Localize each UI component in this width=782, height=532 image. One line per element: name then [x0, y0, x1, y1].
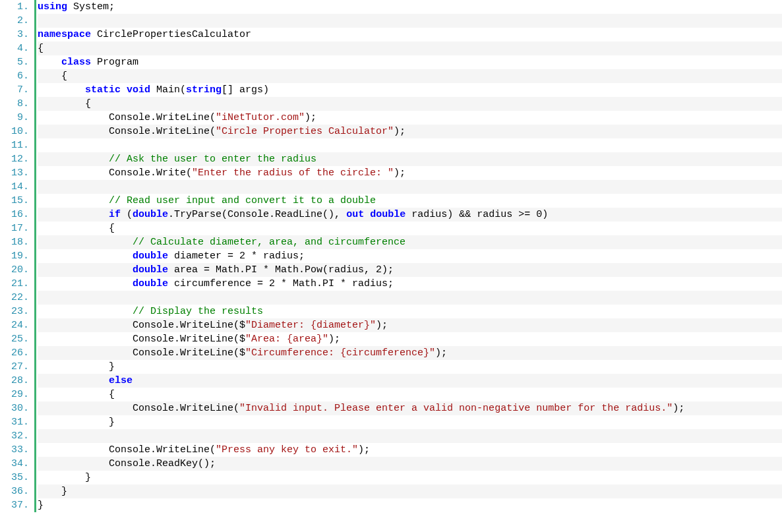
token-txt: );	[328, 334, 340, 345]
token-kw: double	[133, 209, 168, 220]
token-txt: {	[38, 389, 115, 400]
code-line[interactable]: }	[38, 485, 782, 498]
line-number: 32.	[0, 429, 29, 443]
code-line[interactable]: Console.WriteLine("iNetTutor.com");	[38, 111, 782, 125]
line-number: 31.	[0, 415, 29, 429]
token-txt	[38, 264, 133, 276]
token-txt: Program	[91, 57, 138, 68]
token-txt	[38, 251, 133, 262]
code-line[interactable]: }	[38, 498, 782, 512]
token-kw: if	[109, 209, 121, 220]
token-txt: );	[435, 347, 447, 359]
code-line[interactable]	[38, 429, 782, 443]
code-line[interactable]	[38, 138, 782, 152]
token-txt: }	[38, 361, 115, 372]
code-line[interactable]: class Program	[38, 55, 782, 69]
line-number: 35.	[0, 471, 29, 485]
line-number: 28.	[0, 374, 29, 388]
token-txt: Console.Write(	[38, 167, 192, 179]
token-str: "Area: {area}"	[245, 334, 328, 345]
token-kw: out	[346, 209, 364, 220]
code-line[interactable]: Console.WriteLine($"Diameter: {diameter}…	[38, 318, 782, 332]
line-number: 4.	[0, 42, 29, 55]
code-line[interactable]: using System;	[38, 0, 782, 14]
line-number: 25.	[0, 332, 29, 346]
code-line[interactable]: }	[38, 360, 782, 374]
token-kw: namespace	[38, 29, 91, 40]
token-txt: );	[305, 112, 316, 123]
code-line[interactable]: else	[38, 374, 782, 388]
code-line[interactable]: {	[38, 42, 782, 55]
code-line[interactable]: namespace CirclePropertiesCalculator	[38, 28, 782, 42]
line-number: 11.	[0, 138, 29, 152]
code-line[interactable]: double diameter = 2 * radius;	[38, 249, 782, 263]
code-line[interactable]: // Calculate diameter, area, and circumf…	[38, 235, 782, 249]
token-txt: System;	[67, 1, 115, 13]
code-line[interactable]: Console.Write("Enter the radius of the c…	[38, 166, 782, 180]
line-number: 24.	[0, 318, 29, 332]
line-number: 18.	[0, 235, 29, 249]
token-txt: .TryParse(Console.ReadLine(),	[168, 209, 346, 220]
line-number: 20.	[0, 263, 29, 277]
token-txt: Console.WriteLine(	[38, 444, 216, 456]
code-line[interactable]: double circumference = 2 * Math.PI * rad…	[38, 277, 782, 291]
code-line[interactable]: if (double.TryParse(Console.ReadLine(), …	[38, 208, 782, 222]
code-line[interactable]: Console.WriteLine($"Circumference: {circ…	[38, 346, 782, 360]
line-number: 5.	[0, 55, 29, 69]
line-number: 16.	[0, 208, 29, 222]
line-number: 30.	[0, 401, 29, 415]
code-line[interactable]: {	[38, 97, 782, 111]
code-line[interactable]: {	[38, 222, 782, 235]
code-line[interactable]: Console.WriteLine($"Area: {area}");	[38, 332, 782, 346]
token-txt: }	[38, 500, 44, 511]
code-line[interactable]: Console.WriteLine("Press any key to exit…	[38, 443, 782, 457]
line-number: 12.	[0, 152, 29, 166]
token-txt	[38, 154, 109, 165]
code-line[interactable]	[38, 180, 782, 194]
code-line[interactable]: Console.WriteLine("Invalid input. Please…	[38, 401, 782, 415]
token-txt	[38, 209, 109, 220]
line-number: 14.	[0, 180, 29, 194]
token-txt: {	[38, 71, 67, 82]
token-kw: double	[133, 278, 168, 289]
token-txt: (	[121, 209, 133, 220]
token-txt: {	[38, 98, 91, 109]
code-line[interactable]: // Read user input and convert it to a d…	[38, 194, 782, 208]
code-line[interactable]: // Ask the user to enter the radius	[38, 152, 782, 166]
token-str: "Press any key to exit."	[216, 444, 358, 456]
token-txt	[38, 375, 109, 386]
code-line[interactable]: {	[38, 388, 782, 401]
token-txt	[38, 57, 61, 68]
code-line[interactable]: }	[38, 471, 782, 485]
code-line[interactable]: }	[38, 415, 782, 429]
line-number: 9.	[0, 111, 29, 125]
code-editor: 1.2.3.4.5.6.7.8.9.10.11.12.13.14.15.16.1…	[0, 0, 782, 512]
token-str: "Diameter: {diameter}"	[245, 320, 376, 331]
token-kw: using	[38, 1, 67, 13]
code-line[interactable]	[38, 14, 782, 28]
line-number: 7.	[0, 83, 29, 97]
code-line[interactable]: // Display the results	[38, 305, 782, 318]
code-line[interactable]: Console.ReadKey();	[38, 457, 782, 471]
token-txt: Console.ReadKey();	[38, 458, 216, 469]
token-txt: Console.WriteLine(	[38, 403, 239, 414]
code-line[interactable]: Console.WriteLine("Circle Properties Cal…	[38, 125, 782, 138]
code-line[interactable]	[38, 291, 782, 305]
token-txt: [] args)	[222, 84, 269, 96]
code-line[interactable]: {	[38, 69, 782, 83]
token-txt: );	[376, 320, 388, 331]
code-line[interactable]: double area = Math.PI * Math.Pow(radius,…	[38, 263, 782, 277]
token-kw: else	[109, 375, 133, 386]
token-txt	[38, 84, 85, 96]
token-txt: );	[673, 403, 684, 414]
line-number: 2.	[0, 14, 29, 28]
token-str: "Circumference: {circumference}"	[245, 347, 435, 359]
line-number: 21.	[0, 277, 29, 291]
token-txt: Main(	[150, 84, 186, 96]
line-number: 33.	[0, 443, 29, 457]
code-line[interactable]: static void Main(string[] args)	[38, 83, 782, 97]
code-area[interactable]: using System; namespace CircleProperties…	[36, 0, 782, 512]
token-txt	[38, 306, 133, 317]
token-str: "Invalid input. Please enter a valid non…	[239, 403, 673, 414]
token-txt: Console.WriteLine($	[38, 347, 245, 359]
